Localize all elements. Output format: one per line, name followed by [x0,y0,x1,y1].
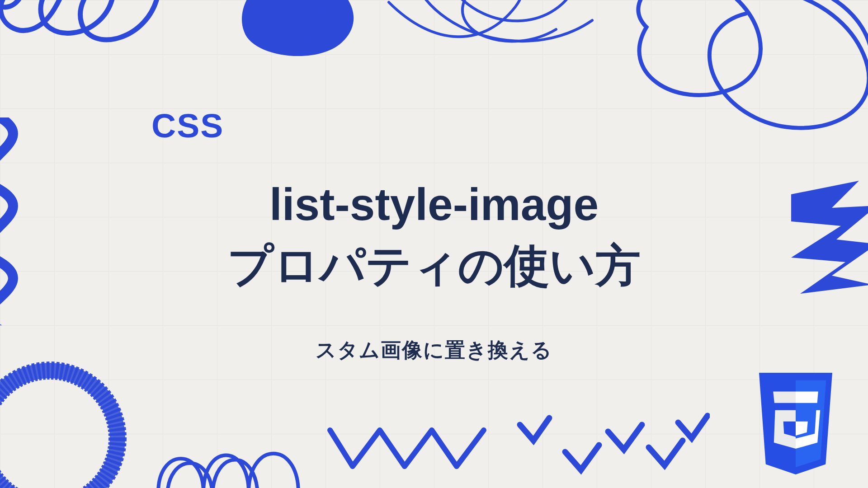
tangle-top-right-icon [592,0,868,136]
title-line-2: プロパティの使い方 [0,235,868,296]
scribble-ball-icon [226,0,362,68]
svg-point-1 [0,371,118,488]
spring-bottom-icon [154,416,312,488]
zigzag-bottom-icon [326,417,502,480]
title-line-1: list-style-image [0,174,868,235]
crayon-circle-icon [0,348,145,488]
spiral-top-icon [362,0,597,70]
category-label: CSS [151,106,224,145]
checkmarks-icon [511,402,710,479]
loops-top-left-icon [0,0,176,72]
css3-logo-icon [750,373,841,474]
subtitle: スタム画像に置き換える [0,337,868,364]
svg-point-0 [0,371,118,488]
title-block: list-style-image プロパティの使い方 [0,174,868,296]
